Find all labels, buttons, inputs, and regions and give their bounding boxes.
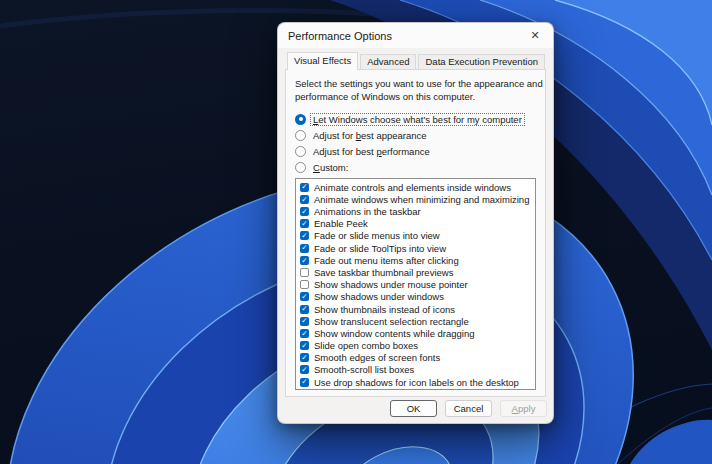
radio-option-custom[interactable]: Custom: (295, 159, 536, 175)
visual-effects-tab-page: Select the settings you want to use for … (285, 69, 546, 397)
checkbox-checked-icon[interactable]: ✓ (300, 219, 309, 228)
effect-item-show-translucent-selection-rectangle[interactable]: ✓Show translucent selection rectangle (297, 315, 534, 327)
radio-label: Let Windows choose what's best for my co… (311, 114, 524, 125)
effect-item-fade-or-slide-menus-into-view[interactable]: ✓Fade or slide menus into view (297, 230, 534, 242)
checkbox-unchecked-icon[interactable] (300, 268, 309, 277)
tab-visual-effects[interactable]: Visual Effects (287, 52, 358, 70)
checkbox-checked-icon[interactable]: ✓ (300, 292, 309, 301)
radio-button-icon[interactable] (295, 130, 306, 141)
effect-item-label: Show translucent selection rectangle (314, 316, 469, 327)
radio-label: Adjust for best appearance (311, 130, 429, 141)
radio-label: Adjust for best performance (311, 146, 432, 157)
dialog-title: Performance Options (288, 30, 392, 42)
radio-option-adjust-for-best-performance[interactable]: Adjust for best performance (295, 143, 536, 159)
checkbox-checked-icon[interactable]: ✓ (300, 365, 309, 374)
radio-button-icon[interactable] (295, 146, 306, 157)
visual-effects-listbox[interactable]: ✓Animate controls and elements inside wi… (295, 178, 536, 390)
checkbox-checked-icon[interactable]: ✓ (300, 378, 309, 387)
radio-option-let-windows-choose-what-s-best-for-my-computer[interactable]: Let Windows choose what's best for my co… (295, 111, 536, 127)
effect-item-show-window-contents-while-dragging[interactable]: ✓Show window contents while dragging (297, 327, 534, 339)
effect-item-label: Fade or slide ToolTips into view (314, 243, 446, 254)
checkbox-checked-icon[interactable]: ✓ (300, 353, 309, 362)
effect-item-save-taskbar-thumbnail-previews[interactable]: Save taskbar thumbnail previews (297, 266, 534, 278)
checkbox-checked-icon[interactable]: ✓ (300, 244, 309, 253)
cancel-button[interactable]: Cancel (445, 400, 492, 417)
settings-description: Select the settings you want to use for … (295, 78, 545, 103)
tab-strip: Visual EffectsAdvancedData Execution Pre… (287, 52, 547, 70)
effect-item-show-shadows-under-windows[interactable]: ✓Show shadows under windows (297, 291, 534, 303)
effect-item-label: Animations in the taskbar (314, 206, 421, 217)
checkbox-unchecked-icon[interactable] (300, 280, 309, 289)
ok-button[interactable]: OK (390, 400, 437, 417)
effect-item-label: Show shadows under windows (314, 291, 444, 302)
effect-item-label: Fade or slide menus into view (314, 230, 440, 241)
effect-item-smooth-edges-of-screen-fonts[interactable]: ✓Smooth edges of screen fonts (297, 352, 534, 364)
effect-item-label: Fade out menu items after clicking (314, 255, 459, 266)
checkbox-checked-icon[interactable]: ✓ (300, 317, 309, 326)
checkbox-checked-icon[interactable]: ✓ (300, 341, 309, 350)
checkbox-checked-icon[interactable]: ✓ (300, 231, 309, 240)
performance-options-dialog: Performance Options ✕ Visual EffectsAdva… (277, 22, 554, 424)
effect-item-label: Animate controls and elements inside win… (314, 182, 511, 193)
tab-data-execution-prevention[interactable]: Data Execution Prevention (418, 54, 544, 69)
effect-item-show-shadows-under-mouse-pointer[interactable]: Show shadows under mouse pointer (297, 279, 534, 291)
effect-item-label: Use drop shadows for icon labels on the … (314, 377, 519, 388)
radio-button-icon[interactable] (295, 162, 306, 173)
effect-item-label: Show shadows under mouse pointer (314, 279, 468, 290)
radio-group: Let Windows choose what's best for my co… (295, 111, 536, 175)
effect-item-label: Smooth-scroll list boxes (314, 364, 414, 375)
apply-button: Apply (500, 400, 547, 417)
checkbox-checked-icon[interactable]: ✓ (300, 305, 309, 314)
effect-item-label: Slide open combo boxes (314, 340, 418, 351)
effect-item-label: Smooth edges of screen fonts (314, 352, 440, 363)
checkbox-checked-icon[interactable]: ✓ (300, 207, 309, 216)
effect-item-animate-controls-and-elements-inside-windows[interactable]: ✓Animate controls and elements inside wi… (297, 181, 534, 193)
effect-item-label: Show window contents while dragging (314, 328, 475, 339)
dialog-button-row: OKCancelApply (390, 400, 547, 417)
checkbox-checked-icon[interactable]: ✓ (300, 329, 309, 338)
radio-option-adjust-for-best-appearance[interactable]: Adjust for best appearance (295, 127, 536, 143)
effect-item-fade-out-menu-items-after-clicking[interactable]: ✓Fade out menu items after clicking (297, 254, 534, 266)
effect-item-enable-peek[interactable]: ✓Enable Peek (297, 218, 534, 230)
close-icon[interactable]: ✕ (527, 28, 543, 44)
radio-label: Custom: (311, 162, 350, 173)
desktop: Performance Options ✕ Visual EffectsAdva… (0, 0, 712, 464)
effect-item-slide-open-combo-boxes[interactable]: ✓Slide open combo boxes (297, 340, 534, 352)
effect-item-animate-windows-when-minimizing-and-maximizing[interactable]: ✓Animate windows when minimizing and max… (297, 193, 534, 205)
effect-item-label: Animate windows when minimizing and maxi… (314, 194, 529, 205)
effect-item-use-drop-shadows-for-icon-labels-on-the-desktop[interactable]: ✓Use drop shadows for icon labels on the… (297, 376, 534, 388)
tab-advanced[interactable]: Advanced (360, 54, 416, 69)
effect-item-animations-in-the-taskbar[interactable]: ✓Animations in the taskbar (297, 205, 534, 217)
effect-item-label: Show thumbnails instead of icons (314, 304, 455, 315)
dialog-titlebar[interactable]: Performance Options ✕ (278, 23, 553, 48)
checkbox-checked-icon[interactable]: ✓ (300, 195, 309, 204)
radio-button-icon[interactable] (295, 114, 306, 125)
effect-item-fade-or-slide-tooltips-into-view[interactable]: ✓Fade or slide ToolTips into view (297, 242, 534, 254)
effect-item-show-thumbnails-instead-of-icons[interactable]: ✓Show thumbnails instead of icons (297, 303, 534, 315)
effect-item-smooth-scroll-list-boxes[interactable]: ✓Smooth-scroll list boxes (297, 364, 534, 376)
checkbox-checked-icon[interactable]: ✓ (300, 183, 309, 192)
effect-item-label: Enable Peek (314, 218, 368, 229)
checkbox-checked-icon[interactable]: ✓ (300, 256, 309, 265)
effect-item-label: Save taskbar thumbnail previews (314, 267, 453, 278)
